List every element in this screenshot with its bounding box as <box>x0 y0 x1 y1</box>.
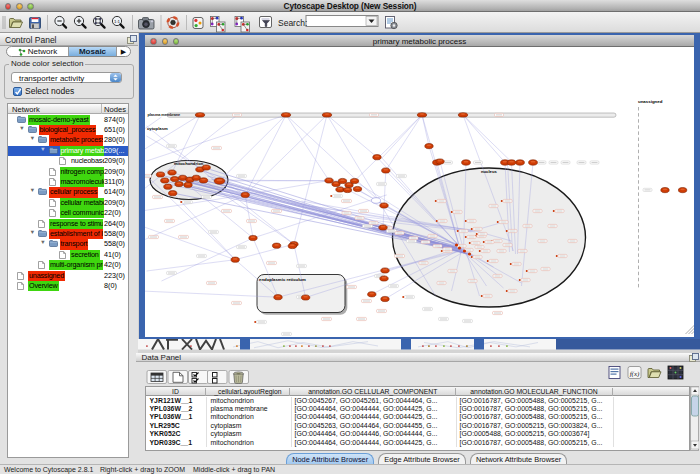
svg-text:mitochondrion: mitochondrion <box>174 161 204 166</box>
svg-text:cytoplasm: cytoplasm <box>147 127 168 132</box>
svg-text:plasma membrane: plasma membrane <box>148 113 182 118</box>
svg-text:1:1: 1:1 <box>114 19 121 24</box>
svg-text:unassigned: unassigned <box>638 99 663 104</box>
svg-text:f(x): f(x) <box>629 370 639 378</box>
svg-text:endoplasmic reticulum: endoplasmic reticulum <box>259 277 306 282</box>
svg-text:nucleus: nucleus <box>481 169 497 174</box>
